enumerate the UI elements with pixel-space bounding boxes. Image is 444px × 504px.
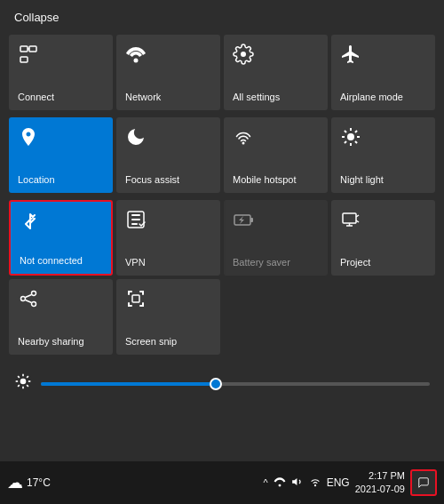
tile-all-settings[interactable]: All settings: [224, 35, 328, 110]
nearby-sharing-icon: [18, 288, 39, 313]
weather-widget[interactable]: ☁ 17°C: [7, 473, 51, 492]
tile-not-connected[interactable]: Not connected: [9, 200, 113, 276]
svg-line-13: [355, 141, 357, 143]
svg-point-4: [134, 59, 139, 63]
action-center: Collapse Connect: [0, 0, 444, 504]
svg-rect-17: [250, 218, 253, 222]
time-display: 2:17 PM: [355, 469, 405, 483]
bluetooth-icon: [20, 211, 41, 236]
network-label: Network: [125, 92, 161, 103]
weather-icon: ☁: [7, 473, 23, 492]
notification-center-button[interactable]: [410, 469, 437, 496]
taskbar: ☁ 17°C ^ ENG 2:17 PM 202: [0, 461, 444, 504]
tile-battery-saver[interactable]: Battery saver: [224, 200, 328, 276]
svg-rect-18: [343, 213, 356, 223]
tiles-row-1: Connect Network All settings: [0, 31, 444, 114]
connect-label: Connect: [18, 92, 54, 103]
focus-assist-label: Focus assist: [125, 174, 179, 186]
brightness-slider[interactable]: [41, 382, 430, 386]
tile-project[interactable]: Project: [331, 200, 435, 276]
tiles-row-3: Not connected VPN Battery sa: [0, 196, 444, 279]
svg-line-12: [345, 131, 346, 132]
svg-rect-1: [29, 46, 36, 52]
volume-tray-icon[interactable]: [291, 476, 304, 491]
tiles-row-4: Nearby sharing Screen snip: [0, 279, 444, 358]
header: Collapse: [0, 0, 444, 31]
tile-mobile-hotspot[interactable]: Mobile hotspot: [224, 117, 328, 193]
svg-point-25: [32, 302, 36, 307]
svg-point-7: [347, 133, 354, 140]
settings-icon: [233, 44, 254, 68]
svg-point-5: [241, 52, 246, 57]
brightness-track: [41, 382, 216, 386]
project-label: Project: [340, 257, 370, 268]
network-icon: [125, 44, 147, 68]
svg-line-27: [26, 300, 32, 303]
svg-point-40: [314, 484, 316, 485]
svg-point-23: [32, 292, 36, 296]
temperature: 17°C: [27, 476, 51, 489]
svg-point-6: [242, 142, 245, 145]
svg-rect-0: [20, 46, 28, 52]
svg-line-35: [27, 385, 28, 387]
svg-line-26: [26, 295, 32, 298]
location-label: Location: [18, 174, 55, 186]
svg-point-38: [278, 484, 281, 486]
tile-airplane-mode[interactable]: Airplane mode: [331, 35, 435, 110]
mobile-hotspot-label: Mobile hotspot: [233, 174, 297, 186]
wifi-tray-icon[interactable]: [309, 476, 321, 491]
screen-snip-label: Screen snip: [125, 336, 177, 348]
tile-vpn[interactable]: VPN: [116, 200, 220, 276]
svg-line-34: [18, 376, 20, 378]
vpn-label: VPN: [125, 257, 146, 268]
svg-marker-39: [292, 477, 297, 484]
svg-line-15: [355, 131, 357, 132]
tile-connect[interactable]: Connect: [9, 35, 113, 110]
night-light-icon: [340, 126, 361, 151]
project-icon: [340, 209, 361, 234]
vpn-icon: [125, 209, 147, 234]
airplane-icon: [340, 44, 361, 68]
brightness-thumb: [210, 378, 222, 390]
brightness-section: [0, 362, 444, 405]
svg-line-14: [345, 141, 346, 143]
language-indicator[interactable]: ENG: [327, 476, 350, 489]
battery-saver-label: Battery saver: [233, 257, 290, 268]
night-light-label: Night light: [340, 174, 384, 186]
brightness-icon: [14, 372, 32, 395]
battery-saver-icon: [233, 209, 254, 234]
mobile-hotspot-icon: [233, 126, 254, 151]
tile-network[interactable]: Network: [116, 35, 220, 110]
svg-rect-28: [132, 295, 139, 302]
svg-rect-2: [20, 57, 28, 62]
tile-night-light[interactable]: Night light: [331, 117, 435, 193]
focus-assist-icon: [125, 126, 147, 151]
tray-chevron[interactable]: ^: [264, 477, 268, 488]
nearby-sharing-label: Nearby sharing: [18, 336, 84, 348]
tile-location[interactable]: Location: [9, 117, 113, 193]
all-settings-label: All settings: [233, 92, 280, 103]
tile-focus-assist[interactable]: Focus assist: [116, 117, 220, 193]
tiles-row-2: Location Focus assist Mobile hotspot: [0, 114, 444, 196]
not-connected-label: Not connected: [20, 255, 83, 267]
svg-line-37: [27, 376, 28, 378]
screen-snip-icon: [125, 288, 147, 313]
date-display: 2021-07-09: [355, 483, 405, 496]
svg-line-36: [18, 385, 20, 387]
location-icon: [18, 126, 39, 151]
tile-nearby-sharing[interactable]: Nearby sharing: [9, 279, 113, 355]
clock[interactable]: 2:17 PM 2021-07-09: [355, 469, 405, 497]
collapse-button[interactable]: Collapse: [14, 11, 59, 24]
network-tray-icon[interactable]: [274, 476, 286, 491]
svg-point-24: [21, 297, 26, 301]
connect-icon: [18, 44, 39, 68]
airplane-mode-label: Airplane mode: [340, 92, 403, 103]
tile-screen-snip[interactable]: Screen snip: [116, 279, 220, 355]
svg-point-29: [20, 379, 27, 385]
